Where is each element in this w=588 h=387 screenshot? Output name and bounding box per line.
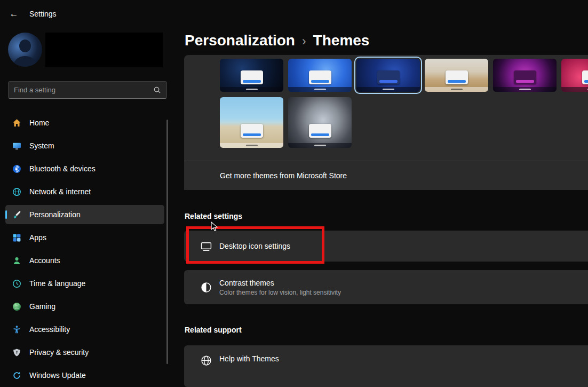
back-arrow-icon: ← [10,9,19,19]
theme-taskbar-preview [356,87,420,92]
system-icon [12,141,21,151]
apps-icon [12,233,21,242]
theme-taskbar-preview [220,143,283,148]
help-with-themes-label: Help with Themes [219,354,279,363]
globe-icon [200,354,212,366]
theme-window-preview [582,70,588,84]
page-title: Themes [313,32,370,49]
back-button[interactable]: ← [7,7,21,21]
theme-thumbnail-purple-glow[interactable] [493,59,557,92]
sidebar-item-gaming[interactable]: Gaming [5,297,164,316]
theme-window-preview [241,124,263,138]
accessibility-icon [12,325,21,334]
home-icon [12,119,21,128]
theme-thumbnail-sand-dune[interactable] [425,59,488,92]
sidebar-item-label: Accounts [29,256,60,265]
app-title: Settings [29,10,57,18]
account-name-redaction [45,33,163,67]
sidebar-item-label: Bluetooth & devices [29,164,96,173]
theme-thumbnail-dark-glow[interactable] [220,59,283,92]
theme-taskbar-preview [561,87,588,92]
time-language-icon [12,279,21,288]
theme-thumbnail-bloom-blue[interactable] [288,59,352,92]
personalization-icon [12,210,21,219]
sidebar-item-accessibility[interactable]: Accessibility [5,320,164,339]
sidebar-item-personalization[interactable]: Personalization [5,205,164,224]
sidebar-scrollbar[interactable] [166,120,168,364]
theme-taskbar-preview [288,87,352,92]
contrast-icon [200,281,212,293]
breadcrumb-personalization[interactable]: Personalization [185,32,295,49]
sidebar-item-system[interactable]: System [5,136,164,155]
search-icon [153,86,161,94]
theme-window-preview [309,124,331,138]
theme-thumbnail-bloom-dark-selected[interactable] [356,59,420,92]
accounts-icon [12,256,21,265]
sidebar-item-privacy-security[interactable]: Privacy & security [5,343,164,362]
sidebar-item-label: Gaming [29,302,55,311]
breadcrumb: Personalization › Themes [185,32,369,49]
sidebar-item-label: Privacy & security [29,348,89,357]
sidebar-item-label: System [29,141,54,150]
sidebar: Home System Bluetooth & devices [5,113,164,387]
network-icon [12,187,21,196]
related-settings-header: Related settings [185,212,242,220]
sidebar-item-network-internet[interactable]: Network & internet [5,182,164,201]
theme-window-preview [514,70,536,84]
breadcrumb-chevron-icon: › [302,33,306,49]
sidebar-item-label: Time & language [29,279,85,288]
search-box[interactable] [8,81,167,99]
theme-window-preview [446,70,468,84]
sidebar-item-label: Network & internet [29,187,91,196]
contrast-themes-row[interactable]: Contrast themes Color themes for low vis… [184,270,588,304]
sidebar-item-label: Personalization [29,210,81,219]
avatar[interactable] [8,33,42,67]
sidebar-item-home[interactable]: Home [5,113,164,132]
theme-thumbnail-bloom-gray[interactable] [288,97,352,148]
get-more-themes-link[interactable]: Get more themes from Microsoft Store [184,161,588,190]
desktop-icon-settings-label: Desktop icon settings [219,242,290,250]
theme-window-preview [309,70,331,84]
contrast-themes-label: Contrast themes [219,279,341,287]
sidebar-item-accounts[interactable]: Accounts [5,251,164,270]
help-with-themes-row[interactable]: Help with Themes [184,345,588,387]
theme-window-preview [377,70,400,84]
theme-thumbnail-pink-flora[interactable] [561,59,588,92]
monitor-icon [200,240,212,252]
contrast-themes-subtitle: Color themes for low vision, light sensi… [219,289,341,296]
sidebar-item-label: Apps [29,233,46,242]
theme-taskbar-preview [220,87,283,92]
sidebar-item-apps[interactable]: Apps [5,228,164,247]
theme-taskbar-preview [288,143,352,148]
current-theme-card: Get more themes from Microsoft Store [184,55,588,190]
theme-taskbar-preview [425,87,488,92]
theme-window-preview [241,70,263,84]
related-support-header: Related support [185,326,242,334]
sidebar-item-windows-update[interactable]: Windows Update [5,366,164,385]
privacy-icon [12,348,21,357]
theme-taskbar-preview [493,87,557,92]
bluetooth-icon [12,164,21,173]
theme-thumbnail-beach[interactable] [220,97,283,148]
windows-update-icon [12,371,21,380]
sidebar-item-time-language[interactable]: Time & language [5,274,164,293]
sidebar-item-label: Home [29,119,49,127]
search-input[interactable] [14,86,153,94]
get-more-themes-label: Get more themes from Microsoft Store [220,171,347,180]
desktop-icon-settings-row[interactable]: Desktop icon settings [184,231,588,262]
sidebar-item-bluetooth-devices[interactable]: Bluetooth & devices [5,159,164,178]
settings-window: ← Settings Home System [0,0,588,387]
sidebar-item-label: Accessibility [29,325,70,334]
gaming-icon [12,302,21,311]
sidebar-item-label: Windows Update [29,371,86,380]
